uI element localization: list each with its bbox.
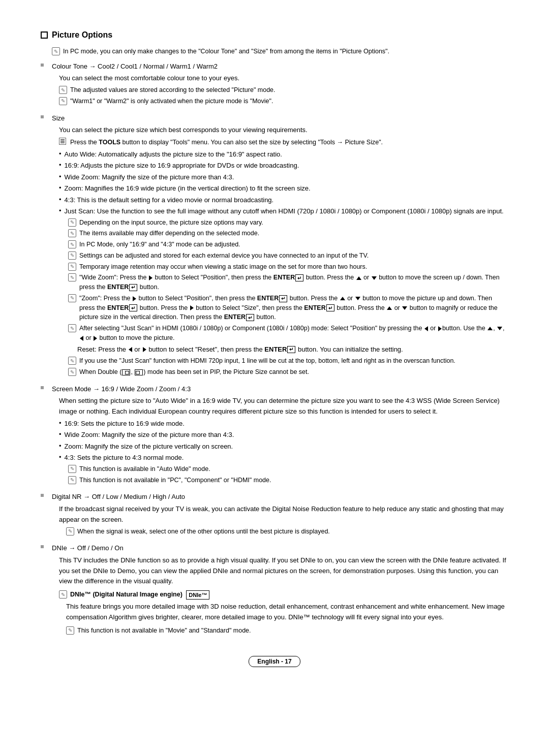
note-icon: ✎ bbox=[68, 229, 76, 237]
note-icon: ✎ bbox=[68, 251, 76, 260]
dnle-desc: This TV includes the DNIe function so as… bbox=[41, 555, 508, 587]
note-icon: ✎ bbox=[68, 273, 76, 281]
bullet-sm-zoom-text: Zoom: Magnify the size of the picture ve… bbox=[65, 442, 508, 452]
footer-text: English - 17 bbox=[257, 658, 291, 665]
dnle-section: DNIe → Off / Demo / On This TV includes … bbox=[41, 543, 508, 635]
intro-note: ✎ In PC mode, you can only make changes … bbox=[41, 47, 508, 56]
pip-icon bbox=[122, 369, 130, 375]
bullet-zoom: • Zoom: Magnifies the 16:9 wide picture … bbox=[59, 183, 508, 194]
triangle-up-icon bbox=[387, 306, 392, 310]
size-section: Size You can select the picture size whi… bbox=[41, 113, 508, 377]
digital-nr-desc: If the broadcast signal received by your… bbox=[41, 504, 508, 525]
colour-tone-header: Colour Tone → Cool2 / Cool1 / Normal / W… bbox=[41, 61, 508, 72]
tools-note: Press the TOOLS button to display "Tools… bbox=[41, 138, 508, 147]
bullet-sm-zoom: • Zoom: Magnify the size of the picture … bbox=[59, 442, 508, 452]
bullet-dot: • bbox=[59, 430, 62, 438]
size-note4-text: Settings can be adjusted and stored for … bbox=[79, 251, 508, 261]
just-scan-reset: Reset: Press the or button to select "Re… bbox=[66, 344, 508, 355]
enter-icon: ↵ bbox=[279, 295, 287, 302]
size-wide-zoom-note-text: "Wide Zoom": Press the button to Select … bbox=[79, 273, 508, 292]
screen-mode-note1: ✎ This function is available in "Auto Wi… bbox=[66, 464, 508, 474]
bullet-sm-16-9-text: 16:9: Sets the picture to 16:9 wide mode… bbox=[65, 419, 508, 429]
triangle-right-icon bbox=[190, 305, 194, 310]
triangle-down-icon bbox=[372, 276, 377, 280]
note-icon: ✎ bbox=[66, 527, 74, 536]
size-bullets: • Auto Wide: Automatically adjusts the p… bbox=[41, 149, 508, 216]
note-icon: ✎ bbox=[68, 465, 76, 473]
note-icon: ✎ bbox=[66, 626, 74, 635]
note-icon: ✎ bbox=[68, 218, 76, 227]
note-icon: ✎ bbox=[68, 357, 76, 365]
size-label: Size bbox=[52, 113, 65, 123]
colour-note2-text: "Warm1" or "Warm2" is only activated whe… bbox=[70, 97, 508, 106]
size-note2-text: The items available may differ depending… bbox=[79, 229, 508, 238]
size-double-note: ✎ When Double (, ) mode has been set in … bbox=[66, 367, 508, 377]
dnle-note: ✎ This function is not available in "Mov… bbox=[41, 626, 508, 636]
screen-mode-notes: ✎ This function is available in "Auto Wi… bbox=[41, 464, 508, 485]
size-just-scan-note2: ✎ If you use the "Just Scan" function wi… bbox=[66, 356, 508, 366]
triangle-down-icon bbox=[497, 327, 502, 330]
bullet-dot: • bbox=[59, 207, 62, 214]
enter-icon: ↵ bbox=[246, 314, 254, 321]
triangle-left-icon bbox=[424, 326, 428, 331]
dnle-title-note-text: DNIe™ (Digital Natural Image engine) DNI… bbox=[70, 590, 508, 600]
dnle-note-text: This function is not available in "Movie… bbox=[77, 626, 508, 636]
colour-note2: ✎ "Warm1" or "Warm2" is only activated w… bbox=[41, 97, 508, 106]
bullet-icon bbox=[41, 386, 44, 389]
triangle-right-icon bbox=[133, 296, 136, 301]
dnle-label: DNIe → Off / Demo / On bbox=[52, 543, 124, 553]
dnle-title-note: ✎ DNIe™ (Digital Natural Image engine) D… bbox=[41, 590, 508, 600]
section-title: Picture Options bbox=[41, 30, 508, 40]
digital-nr-note-text: When the signal is weak, select one of t… bbox=[77, 527, 508, 537]
tools-icon bbox=[59, 138, 66, 145]
enter-icon: ↵ bbox=[287, 346, 295, 353]
note-icon: ✎ bbox=[59, 97, 67, 105]
screen-mode-note2: ✎ This function is not available in "PC"… bbox=[66, 476, 508, 485]
size-just-scan-note1: ✎ After selecting "Just Scan" in HDMI (1… bbox=[66, 324, 508, 343]
bullet-dot: • bbox=[59, 184, 62, 192]
bullet-dot: • bbox=[59, 453, 62, 461]
note-icon: ✎ bbox=[68, 263, 76, 271]
size-note3-text: In PC Mode, only "16:9" and "4:3" mode c… bbox=[79, 240, 508, 249]
page-content: Picture Options ✎ In PC mode, you can on… bbox=[41, 30, 508, 667]
tools-note-text: Press the TOOLS button to display "Tools… bbox=[70, 138, 508, 147]
note-icon: ✎ bbox=[52, 47, 60, 55]
page-title: Picture Options bbox=[52, 30, 112, 40]
screen-mode-bullets: • 16:9: Sets the picture to 16:9 wide mo… bbox=[41, 419, 508, 463]
colour-tone-section: Colour Tone → Cool2 / Cool1 / Normal / W… bbox=[41, 61, 508, 106]
digital-nr-section: Digital NR → Off / Low / Medium / High /… bbox=[41, 492, 508, 536]
bullet-sm-wide-zoom-text: Wide Zoom: Magnify the size of the pictu… bbox=[65, 430, 508, 440]
bullet-icon bbox=[41, 494, 44, 497]
footer-badge: English - 17 bbox=[249, 656, 300, 667]
bullet-dot: • bbox=[59, 161, 62, 169]
bullet-wide-zoom: • Wide Zoom: Magnify the size of the pic… bbox=[59, 172, 508, 182]
bullet-just-scan: • Just Scan: Use the function to see the… bbox=[59, 206, 508, 216]
size-note2: ✎ The items available may differ dependi… bbox=[66, 229, 508, 238]
size-just-scan-note1-text: After selecting "Just Scan" in HDMI (108… bbox=[79, 324, 508, 343]
bullet-sm-wide-zoom: • Wide Zoom: Magnify the size of the pic… bbox=[59, 430, 508, 440]
bullet-sm-16-9: • 16:9: Sets the picture to 16:9 wide mo… bbox=[59, 419, 508, 429]
size-just-scan-note2-text: If you use the "Just Scan" function with… bbox=[79, 356, 508, 366]
enter-icon: ↵ bbox=[295, 274, 303, 281]
screen-mode-header: Screen Mode → 16:9 / Wide Zoom / Zoom / … bbox=[41, 384, 508, 394]
size-desc: You can select the picture size which be… bbox=[41, 125, 508, 136]
size-wide-zoom-note: ✎ "Wide Zoom": Press the button to Selec… bbox=[66, 273, 508, 292]
enter-icon: ↵ bbox=[129, 304, 137, 311]
triangle-up-icon bbox=[340, 297, 345, 300]
screen-mode-desc: When setting the picture size to "Auto W… bbox=[41, 396, 508, 417]
triangle-up-icon bbox=[487, 327, 493, 330]
triangle-right-icon bbox=[143, 347, 146, 352]
size-note1: ✎ Depending on the input source, the pic… bbox=[66, 218, 508, 228]
size-zoom-note: ✎ "Zoom": Press the button to Select "Po… bbox=[66, 294, 508, 322]
bullet-16-9: • 16:9: Adjusts the picture size to 16:9… bbox=[59, 161, 508, 171]
bullet-dot: • bbox=[59, 173, 62, 180]
note-icon: ✎ bbox=[68, 324, 76, 332]
triangle-down-icon bbox=[402, 306, 407, 310]
bullet-4-3-text: 4:3: This is the default setting for a v… bbox=[65, 195, 508, 205]
note-icon: ✎ bbox=[68, 368, 76, 376]
colour-note1: ✎ The adjusted values are stored accordi… bbox=[41, 85, 508, 95]
screen-mode-section: Screen Mode → 16:9 / Wide Zoom / Zoom / … bbox=[41, 384, 508, 485]
bullet-icon bbox=[41, 115, 44, 118]
bullet-zoom-text: Zoom: Magnifies the 16:9 wide picture (i… bbox=[65, 183, 508, 194]
note-icon: ✎ bbox=[59, 86, 67, 94]
